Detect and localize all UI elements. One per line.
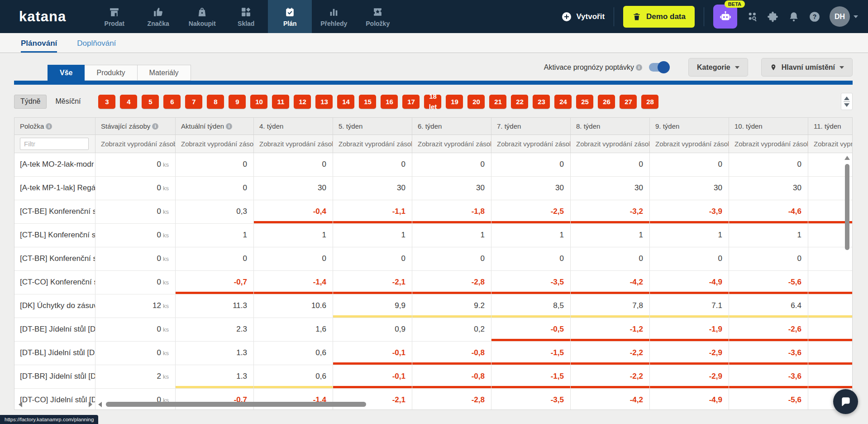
week-button-21[interactable]: 21: [489, 95, 506, 109]
item-name-cell[interactable]: [A-tek MO-2-lak-modr: [14, 153, 95, 176]
demo-data-button[interactable]: Demo data: [623, 6, 695, 28]
info-icon[interactable]: i: [226, 123, 232, 130]
show-sellout-link[interactable]: Zobrazit vyprodání zásob: [734, 140, 808, 148]
chat-launcher-button[interactable]: [833, 389, 858, 414]
week-button-7[interactable]: 7: [185, 95, 202, 109]
show-sellout-link[interactable]: Zobrazit vyprodání zásob: [814, 140, 853, 148]
item-name-cell[interactable]: [CT-BE] Konferenční st: [14, 200, 95, 223]
week-button-25[interactable]: 25: [576, 95, 593, 109]
week-button-11[interactable]: 11: [272, 95, 289, 109]
tab-plánování[interactable]: Plánování: [21, 39, 57, 53]
item-name-cell[interactable]: [DK] Úchytky do zásuv: [14, 294, 95, 318]
column-header-11-týden: 11. týden: [808, 118, 853, 135]
scroll-left-arrow[interactable]: [19, 402, 22, 407]
forecast-cell: 1: [254, 224, 333, 247]
table-row[interactable]: [CT-BE] Konferenční st0ks0,3-0,4-1,1-1,8…: [14, 200, 853, 224]
forecast-value: 9.2: [474, 301, 485, 310]
scroll-right-arrow[interactable]: [89, 402, 92, 407]
show-sellout-link[interactable]: Zobrazit vyprodání zásob: [497, 140, 571, 148]
item-name-cell[interactable]: [CT-BR] Konferenční s: [14, 247, 95, 270]
scroll-up-arrow[interactable]: [844, 156, 850, 160]
create-button[interactable]: Vytvořit: [561, 11, 605, 22]
view-tab-produkty[interactable]: Produkty: [85, 65, 137, 81]
week-button-23[interactable]: 23: [533, 95, 550, 109]
scroll-up-arrow[interactable]: [844, 96, 849, 100]
period-monthly-button[interactable]: Měsíční: [49, 95, 86, 109]
week-button-10[interactable]: 10: [250, 95, 267, 109]
item-name-cell[interactable]: [A-tek MP-1-lak] Regál: [14, 177, 95, 200]
show-sellout-link[interactable]: Zobrazit vyprodání zásob: [339, 140, 412, 148]
notifications-button[interactable]: [788, 11, 800, 23]
nav-item-prodat[interactable]: Prodat: [92, 0, 136, 33]
forecast-toggle[interactable]: [649, 63, 669, 72]
category-filter-button[interactable]: Kategorie: [688, 58, 748, 77]
scroll-down-arrow[interactable]: [844, 103, 849, 107]
table-row[interactable]: [CT-CO] Konferenční s0ks-0,7-1,4-2,1-2,8…: [14, 271, 853, 294]
week-button-6[interactable]: 6: [163, 95, 181, 109]
nav-item-nakoupit[interactable]: Nakoupit: [180, 0, 224, 33]
week-button-19[interactable]: 19: [446, 95, 463, 109]
horizontal-scroll-thumb[interactable]: [106, 402, 366, 407]
week-button-4[interactable]: 4: [120, 95, 137, 109]
integrations-button[interactable]: [767, 11, 779, 23]
week-button-14[interactable]: 14: [337, 95, 354, 109]
week-button-27[interactable]: 27: [620, 95, 637, 109]
show-sellout-link[interactable]: Zobrazit vyprodání zásob: [181, 140, 254, 148]
week-button-12[interactable]: 12: [294, 95, 311, 109]
location-filter-button[interactable]: Hlavní umístění: [761, 58, 853, 77]
table-row[interactable]: [A-tek MO-2-lak-modr0ks00000000: [14, 153, 853, 177]
ai-assistant-button[interactable]: BETA: [713, 5, 737, 29]
table-row[interactable]: [CT-BL] Konferenční st0ks11111111: [14, 224, 853, 247]
item-name-cell[interactable]: [CT-CO] Konferenční s: [14, 271, 95, 294]
week-button-15[interactable]: 15: [359, 95, 376, 109]
week-button-28[interactable]: 28: [641, 95, 658, 109]
nav-item-značka[interactable]: Značka: [136, 0, 180, 33]
week-button-17[interactable]: 17: [402, 95, 420, 109]
nav-item-položky[interactable]: Položky: [356, 0, 400, 33]
table-row[interactable]: [DT-BR] Jídelní stůl [DE2ks1.30,6-0,1-0,…: [14, 365, 853, 389]
stock-unit: ks: [163, 279, 169, 286]
period-weekly-button[interactable]: Týdně: [14, 95, 47, 109]
nav-item-sklad[interactable]: Sklad: [224, 0, 268, 33]
vertical-scroll-thumb[interactable]: [845, 164, 849, 250]
item-name-cell[interactable]: [DT-BL] Jídelní stůl [DE: [14, 342, 95, 365]
week-button-20[interactable]: 20: [467, 95, 485, 109]
item-name-cell[interactable]: [DT-BR] Jídelní stůl [DE: [14, 365, 95, 388]
week-button-26[interactable]: 26: [598, 95, 615, 109]
item-filter-input[interactable]: [20, 138, 89, 150]
tab-doplňování[interactable]: Doplňování: [77, 39, 116, 53]
info-icon[interactable]: i: [636, 64, 642, 71]
week-button-9[interactable]: 9: [229, 95, 246, 109]
show-sellout-link[interactable]: Zobrazit vyprodání zásob: [418, 140, 491, 148]
nav-item-plán[interactable]: Plán: [268, 0, 312, 33]
info-icon[interactable]: i: [46, 123, 52, 130]
week-button-5[interactable]: 5: [142, 95, 159, 109]
week-button-3[interactable]: 3: [98, 95, 115, 109]
table-row[interactable]: [DK] Úchytky do zásuv12ks11.310.69,99.28…: [14, 294, 853, 318]
nav-item-přehledy[interactable]: Přehledy: [312, 0, 356, 33]
scroll-left-arrow[interactable]: [98, 402, 102, 407]
item-name-cell[interactable]: [DT-BE] Jídelní stůl [DE: [14, 318, 95, 341]
view-tab-vše[interactable]: Vše: [48, 65, 85, 81]
show-sellout-link[interactable]: Zobrazit vyprodání zásob: [101, 140, 176, 148]
week-button-24[interactable]: 24: [554, 95, 572, 109]
katana-logo[interactable]: katana: [0, 0, 92, 33]
show-sellout-link[interactable]: Zobrazit vyprodání zásob: [259, 140, 333, 148]
week-button-8[interactable]: 8: [207, 95, 224, 109]
show-sellout-link[interactable]: Zobrazit vyprodání zásob: [655, 140, 729, 148]
info-icon[interactable]: i: [152, 123, 158, 130]
week-button-18[interactable]: 18 let: [424, 95, 441, 109]
user-menu[interactable]: DH: [830, 6, 858, 27]
table-row[interactable]: [DT-BE] Jídelní stůl [DE0ks2.31,60,90,2-…: [14, 318, 853, 342]
table-row[interactable]: [A-tek MP-1-lak] Regál0ks030303030303030: [14, 177, 853, 200]
view-tab-materiály[interactable]: Materiály: [138, 65, 191, 81]
week-button-22[interactable]: 22: [511, 95, 528, 109]
item-name-cell[interactable]: [CT-BL] Konferenční st: [14, 224, 95, 247]
help-button[interactable]: ?: [809, 11, 820, 23]
table-row[interactable]: [DT-BL] Jídelní stůl [DE0ks1.30,6-0,1-0,…: [14, 342, 853, 365]
week-button-13[interactable]: 13: [315, 95, 333, 109]
show-sellout-link[interactable]: Zobrazit vyprodání zásob: [576, 140, 650, 148]
global-search-button[interactable]: [746, 11, 758, 23]
week-button-16[interactable]: 16: [381, 95, 398, 109]
table-row[interactable]: [CT-BR] Konferenční s0ks00000000: [14, 247, 853, 271]
